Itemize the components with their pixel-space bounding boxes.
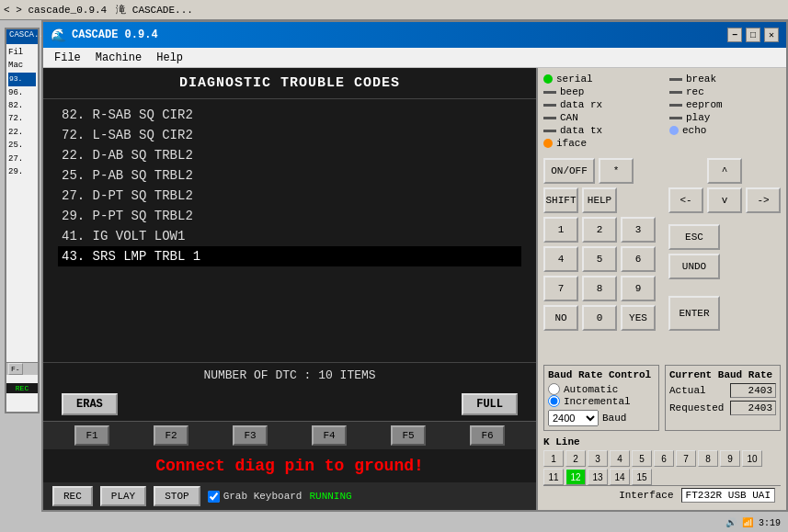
kline-btn-12[interactable]: 12	[565, 469, 586, 485]
dtc-title: DIAGNOSTIC TROUBLE CODES	[43, 68, 536, 99]
list-item-selected[interactable]: 43. SRS LMP TRBL 1	[58, 246, 521, 266]
f1-button[interactable]: F1	[74, 425, 108, 446]
kline-btn-5[interactable]: 5	[632, 450, 652, 467]
minimize-button[interactable]: −	[727, 28, 742, 42]
rec-button[interactable]: REC	[52, 486, 93, 506]
baud-select-row: 2400 4800 9600 19200 Baud	[548, 410, 655, 426]
close-button[interactable]: ✕	[764, 28, 779, 42]
serial-led	[543, 74, 553, 84]
erase-button[interactable]: ERAS	[62, 393, 118, 415]
menu-help[interactable]: Help	[149, 50, 190, 66]
key-3[interactable]: 3	[621, 217, 656, 243]
running-status: RUNNING	[309, 491, 351, 502]
baud-control-section: Baud Rate Control Automatic Incremental …	[543, 365, 659, 431]
no-button[interactable]: NO	[543, 305, 578, 331]
list-item[interactable]: 72. L-SAB SQ CIR2	[62, 125, 518, 145]
iface-status: iface	[543, 138, 655, 149]
full-button[interactable]: FULL	[462, 393, 518, 415]
nav-left-button[interactable]: <-	[668, 187, 703, 213]
key-8[interactable]: 8	[582, 276, 617, 301]
yes-button[interactable]: YES	[621, 305, 656, 331]
echo-status: echo	[669, 125, 781, 136]
nav-up-row: ^	[668, 158, 781, 184]
on-off-button[interactable]: ON/OFF	[543, 158, 595, 184]
kline-btn-6[interactable]: 6	[654, 450, 674, 467]
maximize-button[interactable]: □	[746, 28, 760, 42]
actual-baud-value: 2403	[730, 383, 776, 398]
key-2[interactable]: 2	[582, 217, 617, 243]
undo-button[interactable]: UNDO	[668, 254, 720, 279]
kline-btn-7[interactable]: 7	[676, 450, 696, 467]
list-item[interactable]: 29. P-PT SQ TRBL2	[62, 206, 518, 226]
key-6[interactable]: 6	[621, 246, 656, 272]
f4-button[interactable]: F4	[312, 425, 346, 446]
requested-baud-row: Requested 2403	[669, 401, 776, 415]
menu-file[interactable]: File	[47, 50, 88, 66]
taskbar-breadcrumb: < > cascade_0.9.4	[4, 5, 107, 16]
esc-button[interactable]: ESC	[668, 224, 720, 250]
nav-and-side: ^ <- v -> ESC UNDO ENTER	[668, 158, 781, 361]
list-item[interactable]: 41. IG VOLT LOW1	[62, 226, 518, 246]
bg-window-title: CASCA...	[6, 29, 38, 44]
kline-btn-10[interactable]: 10	[742, 450, 762, 467]
kline-btn-13[interactable]: 13	[588, 469, 608, 485]
kline-btn-15[interactable]: 15	[632, 469, 652, 485]
play-button[interactable]: PLAY	[100, 486, 146, 506]
grab-keyboard-input[interactable]	[208, 491, 220, 503]
content-area: DIAGNOSTIC TROUBLE CODES 82. R-SAB SQ CI…	[43, 68, 786, 510]
kline-btn-11[interactable]: 11	[543, 469, 564, 485]
help-button[interactable]: HELP	[582, 187, 617, 213]
nav-right-button[interactable]: ->	[746, 187, 781, 213]
list-item[interactable]: 25. P-AB SQ TRBL2	[62, 165, 518, 186]
taskbar-bg-item[interactable]: 滝 CASCADE...	[116, 3, 193, 17]
interface-value: FT232R USB UAI	[681, 488, 775, 503]
kline-buttons: 1 2 3 4 5 6 7 8 9 10 11 12 13 14 15	[543, 450, 781, 485]
f2-button[interactable]: F2	[154, 425, 188, 446]
taskbar: < > cascade_0.9.4 滝 CASCADE...	[0, 0, 788, 20]
key-1[interactable]: 1	[543, 217, 578, 243]
grab-keyboard-checkbox[interactable]: Grab Keyboard	[208, 491, 303, 503]
actual-baud-row: Actual 2403	[669, 383, 776, 398]
rec-side-label: F-	[6, 362, 38, 375]
kline-btn-8[interactable]: 8	[698, 450, 718, 467]
keypad-row-3: 7 8 9	[543, 276, 656, 301]
menu-machine[interactable]: Machine	[88, 50, 149, 66]
key-9[interactable]: 9	[621, 276, 656, 301]
baud-select[interactable]: 2400 4800 9600 19200	[548, 410, 599, 426]
shift-button[interactable]: SHIFT	[543, 187, 578, 213]
list-item[interactable]: 27. D-PT SQ TRBL2	[62, 186, 518, 206]
kline-btn-14[interactable]: 14	[610, 469, 630, 485]
break-status: break	[669, 74, 781, 85]
status-indicators: serial break beep rec data rx	[543, 74, 781, 149]
key-4[interactable]: 4	[543, 246, 578, 272]
key-7[interactable]: 7	[543, 276, 578, 301]
keypad-row-shift: SHIFT HELP	[543, 187, 656, 213]
list-item[interactable]: 82. R-SAB SQ CIR2	[62, 105, 518, 125]
f3-button[interactable]: F3	[233, 425, 267, 446]
enter-button[interactable]: ENTER	[668, 296, 720, 331]
incremental-radio[interactable]: Incremental	[548, 395, 655, 407]
key-5[interactable]: 5	[582, 246, 617, 272]
nav-up-button[interactable]: ^	[707, 158, 742, 184]
automatic-radio[interactable]: Automatic	[548, 383, 655, 395]
f6-button[interactable]: F6	[470, 425, 504, 446]
incremental-radio-input[interactable]	[548, 395, 560, 407]
kline-btn-3[interactable]: 3	[588, 450, 608, 467]
kline-btn-4[interactable]: 4	[610, 450, 630, 467]
nav-down-button[interactable]: v	[707, 187, 742, 213]
list-item[interactable]: 22. D-AB SQ TRBL2	[62, 145, 518, 165]
app-icon: 🌊	[51, 28, 66, 43]
kline-section: K Line 1 2 3 4 5 6 7 8 9 10 11 12 13 14 …	[543, 436, 781, 485]
kline-btn-2[interactable]: 2	[565, 450, 586, 467]
keypad-row-2: 4 5 6	[543, 246, 656, 272]
star-button[interactable]: *	[599, 158, 634, 184]
automatic-radio-input[interactable]	[548, 383, 560, 395]
stop-button[interactable]: STOP	[154, 486, 200, 506]
iface-led	[543, 139, 553, 148]
data-tx-status: data tx	[543, 125, 655, 136]
kline-btn-9[interactable]: 9	[720, 450, 740, 467]
f5-button[interactable]: F5	[391, 425, 425, 446]
dtc-panel: DIAGNOSTIC TROUBLE CODES 82. R-SAB SQ CI…	[43, 68, 538, 510]
key-0[interactable]: 0	[582, 305, 617, 331]
kline-btn-1[interactable]: 1	[543, 450, 564, 467]
